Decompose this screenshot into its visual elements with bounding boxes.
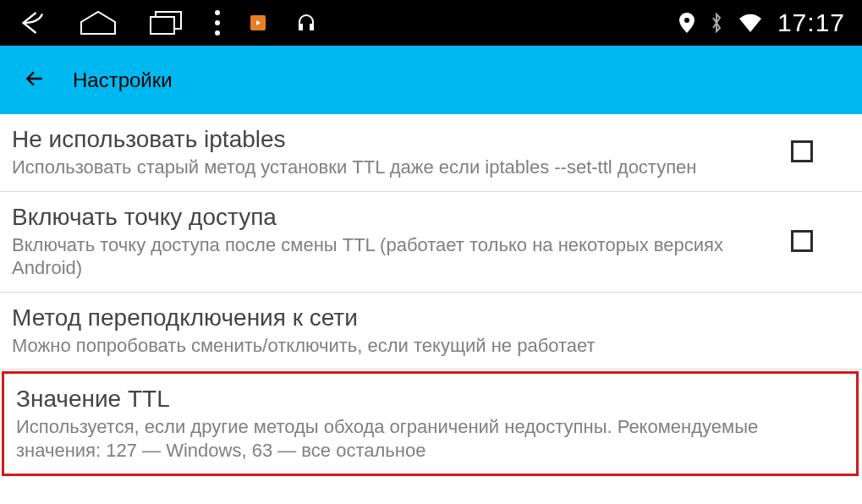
settings-list: Не использовать iptables Использовать ст… <box>0 114 862 476</box>
setting-item-hotspot[interactable]: Включать точку доступа Включать точку до… <box>0 192 862 293</box>
item-subtitle: Используется, если другие методы обхода … <box>16 415 844 462</box>
page-title: Настройки <box>73 68 173 92</box>
setting-item-iptables[interactable]: Не использовать iptables Использовать ст… <box>0 114 862 192</box>
app-bar: Настройки <box>0 46 862 114</box>
item-title: Метод переподключения к сети <box>12 303 850 332</box>
back-button[interactable] <box>24 68 46 93</box>
android-status-bar: 17:17 <box>0 0 862 46</box>
checkbox-iptables[interactable] <box>791 140 813 162</box>
headphones-icon <box>296 13 316 33</box>
svg-rect-0 <box>151 17 174 34</box>
item-title: Включать точку доступа <box>12 202 774 232</box>
status-left-group <box>17 8 316 38</box>
setting-item-ttl-value[interactable]: Значение TTL Используется, если другие м… <box>4 374 856 474</box>
wifi-icon <box>738 14 762 32</box>
media-app-icon <box>250 15 266 30</box>
setting-item-reconnect-method[interactable]: Метод переподключения к сети Можно попро… <box>0 293 862 370</box>
back-soft-key-icon[interactable] <box>17 8 47 38</box>
checkbox-hotspot[interactable] <box>791 230 813 252</box>
status-right-group: 17:17 <box>679 8 845 37</box>
item-title: Значение TTL <box>16 384 844 414</box>
status-clock: 17:17 <box>777 8 845 37</box>
item-subtitle: Можно попробовать сменить/отключить, есл… <box>12 334 850 358</box>
bluetooth-icon <box>710 12 723 34</box>
item-subtitle: Включать точку доступа после смены TTL (… <box>12 233 774 280</box>
location-icon <box>679 13 695 33</box>
menu-overflow-icon[interactable] <box>215 10 220 36</box>
item-title: Не использовать iptables <box>12 124 774 154</box>
home-soft-key-icon[interactable] <box>78 10 118 36</box>
highlighted-setting-outline: Значение TTL Используется, если другие м… <box>2 371 859 476</box>
item-subtitle: Использовать старый метод установки TTL … <box>12 156 774 179</box>
recent-apps-soft-key-icon[interactable] <box>149 10 184 36</box>
